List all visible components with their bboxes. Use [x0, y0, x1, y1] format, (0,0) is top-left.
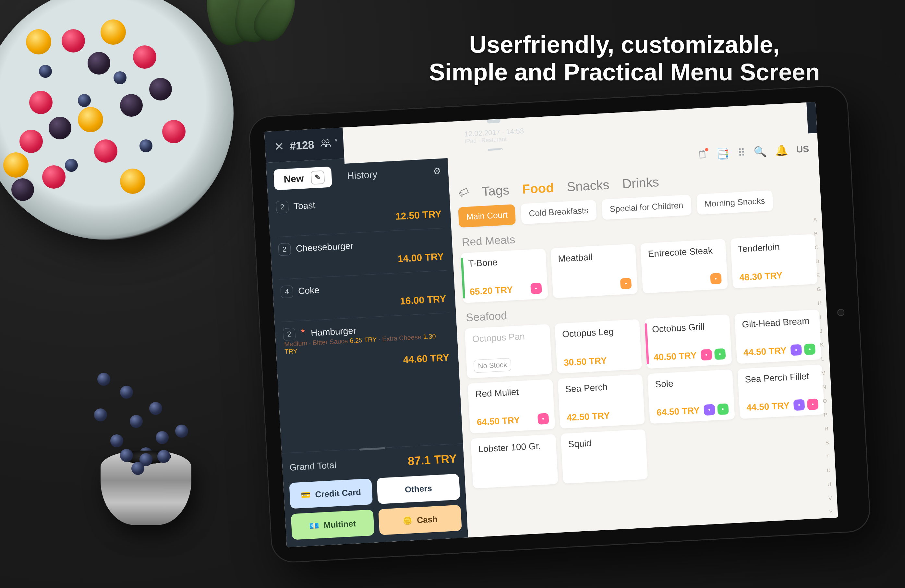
alpha-index-letter[interactable]: P: [821, 412, 831, 418]
no-stock-badge: No Stock: [473, 358, 511, 373]
alpha-index-letter[interactable]: G: [814, 286, 824, 293]
menu-item-price: 40.50 TRY: [653, 350, 697, 363]
svg-point-0: [322, 140, 325, 143]
menu-item-title: Gilt-Head Bream: [742, 316, 814, 330]
menu-item-badges: ••: [794, 398, 819, 411]
menu-item-card[interactable]: Tenderloin48.30 TRY: [730, 234, 818, 288]
alpha-index-letter[interactable]: E: [813, 272, 823, 279]
alpha-index-letter[interactable]: T: [823, 453, 833, 460]
pay-credit-card-button[interactable]: 💳 Credit Card: [289, 479, 373, 509]
subcategory-chip[interactable]: Special for Children: [602, 195, 692, 220]
menu-item-card[interactable]: Entrecote Steak•: [640, 239, 727, 293]
menu-item-badges: •: [620, 278, 632, 290]
subcategory-chip[interactable]: Morning Snacks: [696, 190, 773, 215]
decorative-spilled-berries: [75, 373, 211, 541]
alpha-index-letter[interactable]: Ü: [824, 481, 835, 488]
decorative-leaves: [201, 0, 292, 49]
menu-item-title: Sea Perch Fillet: [745, 371, 817, 385]
attribute-badge-icon: •: [807, 398, 819, 410]
apps-icon[interactable]: ⠿: [737, 146, 745, 159]
menu-item-card[interactable]: Sea Perch42.50 TRY: [557, 374, 645, 428]
search-icon[interactable]: 🔍: [753, 145, 767, 158]
app-screen: ✕ #128 ⁴ 12.02.2017 · 14:53 iPad · Restu…: [264, 102, 838, 547]
subcategory-chip[interactable]: Cold Breakfasts: [521, 200, 597, 224]
pay-multinet-button[interactable]: 💶 Multinet: [291, 510, 374, 540]
category-drinks[interactable]: Drinks: [622, 175, 659, 191]
menu-panel: 🗒 📑 ⠿ 🔍 🔔 US 🏷 Tags Food Snacks Drinks M…: [447, 133, 838, 537]
history-tab[interactable]: History: [347, 169, 378, 182]
menu-item-card[interactable]: Red Mullet64.50 TRY•: [468, 379, 555, 433]
attribute-badge-icon: •: [703, 404, 715, 416]
menu-item-card[interactable]: Squid: [560, 429, 648, 483]
menu-item-card[interactable]: Octobus Grill40.50 TRY••: [645, 314, 732, 369]
pencil-icon[interactable]: ✎: [310, 171, 325, 185]
alpha-index-letter[interactable]: B: [811, 230, 821, 237]
order-line-name: Cheeseburger: [295, 241, 354, 254]
category-food[interactable]: Food: [522, 180, 554, 197]
locale-label[interactable]: US: [796, 144, 809, 155]
menu-item-price: 44.50 TRY: [746, 400, 789, 413]
order-line[interactable]: 2★HamburgerMedium · Bitter Sauce 6.25 TR…: [281, 313, 452, 380]
order-line-qty: 2: [283, 328, 295, 341]
menu-scroll[interactable]: Red Meats T-Bone65.20 TRY•Meatball•Entre…: [451, 214, 838, 537]
alpha-index-letter[interactable]: H: [814, 300, 824, 307]
alpha-index-letter[interactable]: K: [817, 342, 827, 349]
gear-icon[interactable]: ⚙: [433, 166, 441, 177]
menu-item-card[interactable]: Lobster 100 Gr.: [471, 434, 558, 488]
guests-icon[interactable]: [320, 138, 332, 150]
menu-item-title: Tenderloin: [738, 240, 810, 254]
menu-item-card[interactable]: Gilt-Head Bream44.50 TRY••: [734, 309, 822, 364]
status-meta: 12.02.2017 · 14:53 iPad · Resturant: [464, 127, 524, 145]
alpha-index-letter[interactable]: I: [816, 314, 826, 320]
add-note-icon[interactable]: 📑: [716, 147, 730, 160]
card-color-stripe: [645, 323, 649, 364]
menu-item-card[interactable]: T-Bone65.20 TRY•: [460, 249, 548, 303]
headline-line-2: Simple and Practical Menu Screen: [389, 59, 860, 86]
alpha-index-letter[interactable]: N: [819, 384, 829, 390]
alpha-index-letter[interactable]: D: [812, 258, 822, 265]
attribute-badge-icon: •: [790, 344, 802, 356]
pay-multinet-label: Multinet: [323, 518, 356, 530]
pay-credit-card-label: Credit Card: [315, 487, 361, 499]
category-snacks[interactable]: Snacks: [566, 177, 610, 194]
alpha-index-letter[interactable]: L: [818, 356, 828, 362]
menu-item-title: Entrecote Steak: [648, 245, 720, 259]
new-order-button[interactable]: New ✎: [273, 166, 332, 190]
tablet-home-button: [837, 309, 845, 316]
alpha-index-letter[interactable]: J: [816, 328, 826, 334]
menu-item-badges: •: [530, 283, 542, 294]
alpha-index-letter[interactable]: O: [820, 398, 830, 404]
menu-item-card[interactable]: Meatball•: [551, 244, 638, 298]
menu-item-card[interactable]: Sea Perch Fillet44.50 TRY••: [737, 365, 824, 419]
menu-item-card: Octopus PanNo Stock: [465, 324, 552, 379]
alpha-index-letter[interactable]: S: [822, 439, 832, 446]
marketing-headline: Userfriendly, customizable, Simple and P…: [389, 31, 860, 86]
tag-icon: 🏷: [457, 185, 471, 200]
bell-icon[interactable]: 🔔: [775, 144, 788, 157]
attribute-badge-icon: •: [804, 344, 816, 355]
alpha-index-letter[interactable]: C: [811, 244, 822, 251]
menu-item-price: 44.50 TRY: [743, 345, 787, 358]
order-line-qty: 4: [280, 285, 293, 298]
attribute-badge-icon: •: [700, 349, 712, 361]
note-icon[interactable]: 🗒: [697, 149, 708, 161]
alpha-index-letter[interactable]: Y: [826, 509, 836, 516]
pay-cash-button[interactable]: 🪙 Cash: [378, 505, 462, 535]
menu-item-card[interactable]: Sole64.50 TRY••: [648, 369, 735, 424]
alpha-index-letter[interactable]: M: [818, 370, 829, 376]
pay-others-button[interactable]: Others: [376, 474, 460, 504]
category-tags[interactable]: Tags: [481, 183, 510, 199]
order-line-name: Toast: [293, 200, 316, 212]
menu-item-card[interactable]: Octopus Leg30.50 TRY: [554, 319, 641, 374]
alpha-index-letter[interactable]: U: [824, 468, 834, 474]
brand-logo-icon: [487, 114, 500, 124]
menu-item-price: 65.20 TRY: [469, 285, 513, 297]
menu-item-title: Octobus Grill: [652, 320, 724, 335]
menu-item-price: 48.30 TRY: [739, 270, 783, 283]
close-icon[interactable]: ✕: [274, 139, 284, 154]
attribute-badge-icon: •: [620, 278, 632, 290]
alpha-index-letter[interactable]: R: [821, 426, 831, 432]
subcategory-chip[interactable]: Main Court: [458, 204, 516, 228]
alpha-index-letter[interactable]: A: [810, 217, 820, 223]
alpha-index-letter[interactable]: V: [825, 495, 835, 502]
